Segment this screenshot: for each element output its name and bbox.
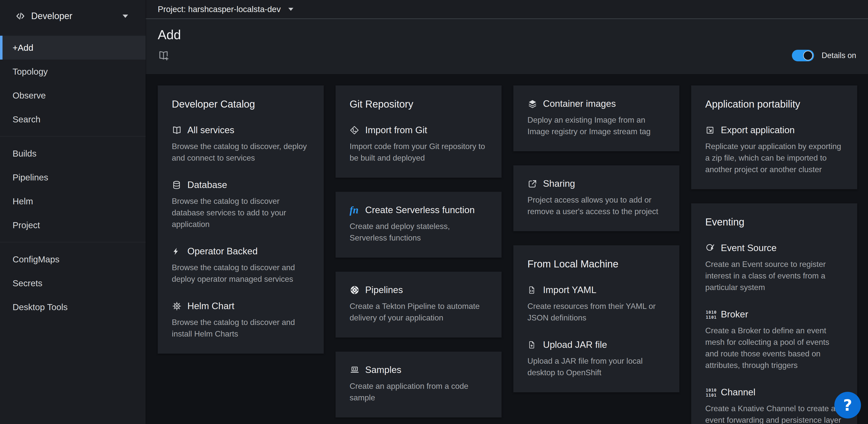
- action-description: Replicate your application by exporting …: [705, 141, 843, 175]
- sidebar: Developer +Add Topology Observe Search B…: [0, 0, 146, 424]
- add-action-samples[interactable]: Samples Create an application from a cod…: [350, 365, 488, 403]
- card-heading: Application portability: [705, 98, 843, 110]
- action-title: Operator Backed: [187, 246, 258, 257]
- sidebar-item-configmaps[interactable]: ConfigMaps: [0, 247, 146, 271]
- details-toggle-label: Details on: [822, 51, 856, 60]
- perspective-label: Developer: [31, 11, 72, 21]
- action-title: Channel: [721, 387, 755, 398]
- sidebar-item-add[interactable]: +Add: [0, 36, 146, 60]
- action-description: Import code from your Git repository to …: [350, 141, 488, 164]
- switch-knob: [803, 51, 813, 60]
- add-action-upload-jar-file[interactable]: Upload JAR file Upload a JAR file from y…: [527, 340, 665, 378]
- add-action-channel[interactable]: 1010 1101 Channel Create a Knative Chann…: [705, 387, 843, 424]
- file-code-icon: [527, 285, 539, 295]
- card-pipelines: Pipelines Create a Tekton Pipeline to au…: [336, 272, 502, 338]
- page-title: Add: [158, 19, 855, 42]
- action-title: Sharing: [543, 178, 575, 189]
- card-samples: Samples Create an application from a cod…: [336, 351, 502, 418]
- action-description: Create resources from their YAML or JSON…: [527, 300, 665, 323]
- action-title: Create Serverless function: [365, 205, 475, 216]
- svg-text:1010: 1010: [706, 388, 716, 393]
- sidebar-item-project[interactable]: Project: [0, 213, 146, 237]
- bolt-icon: [172, 246, 183, 256]
- add-page-content: Developer Catalog All services Bro: [146, 74, 868, 424]
- card-column: Git Repository Import: [336, 85, 502, 413]
- sidebar-item-observe[interactable]: Observe: [0, 83, 146, 107]
- sidebar-item-search[interactable]: Search: [0, 107, 146, 131]
- action-description: Create a Broker to define an event mesh …: [705, 325, 843, 371]
- layers-icon: [527, 99, 539, 109]
- details-toggle: Details on: [792, 50, 856, 61]
- sidebar-item-topology[interactable]: Topology: [0, 60, 146, 83]
- card-column: Developer Catalog All services Bro: [158, 85, 324, 413]
- help-button[interactable]: ?: [834, 392, 861, 419]
- action-description: Browse the catalog to discover, deploy a…: [172, 141, 310, 164]
- project-bar: Project: harshcasper-localsta-dev: [146, 0, 868, 19]
- binary-icon: 1010 1101: [705, 309, 717, 319]
- add-action-sharing[interactable]: Sharing Project access allows you to add…: [527, 178, 665, 217]
- event-source-icon: [705, 243, 717, 253]
- card-eventing: Eventing Event Source Create an Ev: [691, 203, 857, 424]
- action-title: Database: [187, 180, 227, 190]
- fn-icon: fn: [350, 205, 361, 215]
- action-title: Pipelines: [365, 285, 403, 295]
- card-developer-catalog: Developer Catalog All services Bro: [158, 85, 324, 354]
- svg-text:1010: 1010: [706, 310, 716, 315]
- export-icon: [705, 125, 717, 135]
- quickstarts-button[interactable]: [158, 50, 170, 62]
- add-action-import-yaml[interactable]: Import YAML Create resources from their …: [527, 285, 665, 323]
- action-description: Browse the catalog to discover and deplo…: [172, 262, 310, 285]
- sidebar-item-secrets[interactable]: Secrets: [0, 271, 146, 295]
- sidebar-item-pipelines[interactable]: Pipelines: [0, 165, 146, 189]
- add-action-all-services[interactable]: All services Browse the catalog to disco…: [172, 125, 310, 164]
- add-action-create-serverless-function[interactable]: fn Create Serverless function Create and…: [350, 205, 488, 244]
- add-action-event-source[interactable]: Event Source Create an Event source to r…: [705, 243, 843, 293]
- details-switch[interactable]: [792, 50, 814, 61]
- add-action-container-images[interactable]: Container images Deploy an existing Imag…: [527, 98, 665, 137]
- samples-icon: [350, 365, 361, 375]
- page-header: Add Details on: [146, 19, 868, 74]
- git-icon: [350, 125, 361, 135]
- sidebar-item-helm[interactable]: Helm: [0, 189, 146, 213]
- main-area: Project: harshcasper-localsta-dev Add De…: [146, 0, 868, 424]
- add-action-broker[interactable]: 1010 1101 Broker Create a Broker to defi…: [705, 309, 843, 371]
- card-heading: Developer Catalog: [172, 98, 310, 110]
- action-description: Project access allows you to add or remo…: [527, 194, 665, 217]
- book-plus-icon: [158, 50, 170, 62]
- action-title: Helm Chart: [187, 301, 234, 311]
- add-action-export-application[interactable]: Export application Replicate your applic…: [705, 125, 843, 175]
- action-title: Upload JAR file: [543, 340, 607, 350]
- card-application-portability: Application portability Export applicati…: [691, 85, 857, 189]
- project-selector-label[interactable]: Project: harshcasper-localsta-dev: [158, 4, 281, 14]
- sidebar-item-desktop-tools[interactable]: Desktop Tools: [0, 295, 146, 319]
- file-upload-icon: [527, 340, 539, 350]
- action-description: Create an application from a code sample: [350, 380, 488, 403]
- action-description: Deploy an existing Image from an Image r…: [527, 114, 665, 137]
- sidebar-nav: +Add Topology Observe Search Builds Pipe…: [0, 32, 146, 319]
- chevron-down-icon[interactable]: [288, 8, 293, 11]
- card-serverless-function: fn Create Serverless function Create and…: [336, 192, 502, 258]
- svg-text:1101: 1101: [706, 393, 716, 397]
- perspective-switcher[interactable]: Developer: [0, 0, 146, 32]
- card-column: Container images Deploy an existing Imag…: [514, 85, 679, 413]
- add-action-pipelines[interactable]: Pipelines Create a Tekton Pipeline to au…: [350, 285, 488, 323]
- console-app: Developer +Add Topology Observe Search B…: [0, 0, 868, 424]
- action-title: Container images: [543, 98, 616, 109]
- action-title: Broker: [721, 309, 748, 320]
- action-description: Create an Event source to register inter…: [705, 258, 843, 293]
- action-description: Browse the catalog to discover and insta…: [172, 316, 310, 340]
- card-sharing: Sharing Project access allows you to add…: [514, 165, 679, 231]
- action-title: All services: [187, 125, 234, 136]
- sidebar-item-builds[interactable]: Builds: [0, 141, 146, 165]
- add-action-database[interactable]: Database Browse the catalog to discover …: [172, 180, 310, 230]
- action-title: Import from Git: [365, 125, 427, 136]
- add-action-operator-backed[interactable]: Operator Backed Browse the catalog to di…: [172, 246, 310, 285]
- action-description: Upload a JAR file from your local deskto…: [527, 355, 665, 378]
- binary-icon: 1010 1101: [705, 387, 717, 397]
- card-container-images: Container images Deploy an existing Imag…: [514, 85, 679, 151]
- action-description: Create a Tekton Pipeline to automate del…: [350, 300, 488, 323]
- action-title: Export application: [721, 125, 795, 136]
- chevron-down-icon: [123, 15, 128, 18]
- add-action-helm-chart[interactable]: Helm Chart Browse the catalog to discove…: [172, 301, 310, 340]
- add-action-import-from-git[interactable]: Import from Git Import code from your Gi…: [350, 125, 488, 164]
